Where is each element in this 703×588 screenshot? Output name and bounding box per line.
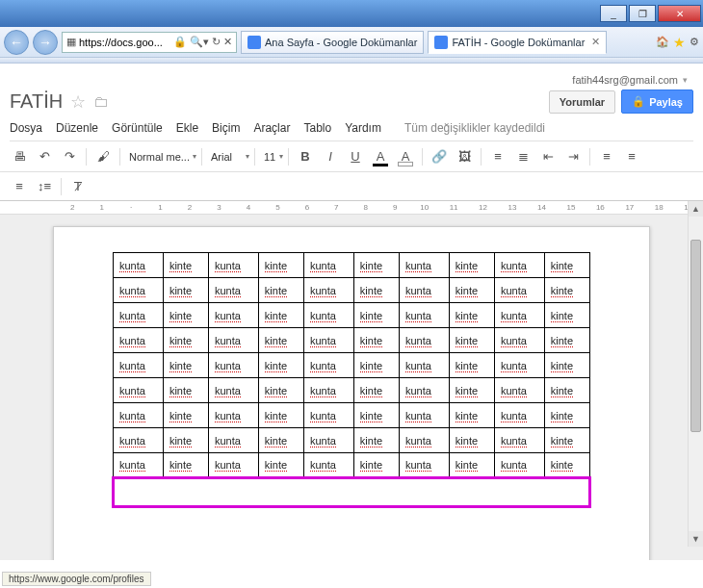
table-cell[interactable]: kinte [163,378,208,403]
table-cell[interactable]: kunta [114,253,164,278]
table-cell[interactable]: kunta [208,428,258,453]
menu-view[interactable]: Görüntüle [112,121,163,135]
table-cell[interactable]: kinte [258,353,303,378]
forward-button[interactable]: → [33,30,58,55]
table-cell[interactable]: kunta [114,303,164,328]
table-cell[interactable]: kunta [494,253,544,278]
table-cell[interactable]: kinte [544,378,589,403]
numbered-list-icon[interactable]: ≡ [486,145,509,168]
table-cell[interactable]: kinte [449,303,494,328]
table-cell[interactable]: kunta [494,278,544,303]
table-cell[interactable] [114,478,590,507]
table-row[interactable]: kuntakintekuntakintekuntakintekuntakinte… [114,278,590,303]
table-cell[interactable]: kinte [449,453,494,478]
font-size-select[interactable] [260,149,289,165]
table-cell[interactable]: kinte [353,378,399,403]
underline-button[interactable]: U [344,145,367,168]
menu-table[interactable]: Tablo [303,121,331,135]
table-cell[interactable]: kinte [258,278,303,303]
table-cell[interactable]: kinte [449,253,494,278]
table-cell[interactable]: kinte [544,253,589,278]
browser-tab-active[interactable]: FATİH - Google Dokümanlar ✕ [428,31,607,54]
refresh-icon[interactable]: ↻ [212,36,221,48]
table-row[interactable]: kuntakintekuntakintekuntakintekuntakinte… [114,428,590,453]
document-table[interactable]: kuntakintekuntakintekuntakintekuntakinte… [112,252,591,508]
table-row[interactable]: kuntakintekuntakintekuntakintekuntakinte… [114,303,590,328]
close-button[interactable]: ✕ [658,5,701,22]
table-cell[interactable]: kunta [208,253,258,278]
table-cell[interactable]: kinte [449,428,494,453]
table-cell[interactable]: kunta [494,303,544,328]
star-icon[interactable]: ☆ [70,91,86,113]
table-cell[interactable]: kunta [303,253,353,278]
table-cell[interactable]: kinte [163,303,208,328]
table-cell[interactable]: kunta [399,378,449,403]
table-row[interactable]: kuntakintekuntakintekuntakintekuntakinte… [114,378,590,403]
table-cell[interactable]: kinte [449,403,494,428]
table-cell[interactable]: kunta [208,453,258,478]
favorites-icon[interactable]: ★ [673,35,686,50]
table-cell[interactable]: kinte [163,403,208,428]
redo-icon[interactable]: ↷ [58,145,81,168]
table-cell[interactable]: kinte [544,428,589,453]
table-cell[interactable]: kinte [353,303,399,328]
highlight-color-button[interactable]: A [394,145,417,168]
clear-formatting-icon[interactable]: T̷ [66,175,90,198]
minimize-button[interactable]: _ [600,5,627,22]
document-canvas[interactable]: 21·12345678910111213141516171819 kuntaki… [0,201,703,560]
table-cell[interactable]: kunta [303,403,353,428]
table-cell[interactable]: kinte [353,428,399,453]
table-cell[interactable]: kunta [303,278,353,303]
table-cell[interactable]: kinte [163,278,208,303]
page[interactable]: kuntakintekuntakintekuntakintekuntakinte… [53,226,650,560]
menu-file[interactable]: Dosya [10,121,42,135]
paragraph-style-select[interactable] [125,149,202,165]
table-cell[interactable]: kinte [449,278,494,303]
scroll-up-icon[interactable]: ▲ [689,201,703,217]
user-menu-chevron-icon[interactable]: ▾ [683,75,688,85]
paint-format-icon[interactable]: 🖌 [91,145,115,168]
table-cell[interactable]: kinte [544,403,589,428]
user-email[interactable]: fatih44srg@gmail.com [572,74,678,86]
table-cell[interactable]: kinte [353,328,399,353]
table-cell[interactable]: kunta [208,378,258,403]
bulleted-list-icon[interactable]: ≣ [511,145,534,168]
table-cell[interactable]: kinte [353,403,399,428]
table-cell[interactable]: kinte [353,453,399,478]
menu-format[interactable]: Biçim [212,121,240,135]
table-cell[interactable]: kunta [303,303,353,328]
table-cell[interactable]: kunta [494,328,544,353]
table-cell[interactable]: kunta [399,428,449,453]
table-cell[interactable]: kunta [494,428,544,453]
table-cell[interactable]: kunta [303,378,353,403]
table-cell[interactable]: kinte [353,353,399,378]
home-icon[interactable]: 🏠 [656,36,669,48]
table-cell[interactable]: kunta [399,303,449,328]
table-cell[interactable]: kinte [163,328,208,353]
italic-button[interactable]: I [319,145,342,168]
table-cell[interactable]: kinte [353,278,399,303]
menu-help[interactable]: Yardım [345,121,381,135]
table-cell[interactable]: kinte [163,253,208,278]
font-select[interactable] [207,149,255,165]
table-row[interactable]: kuntakintekuntakintekuntakintekuntakinte… [114,453,590,478]
table-cell[interactable]: kunta [494,378,544,403]
url-input[interactable] [79,37,170,48]
table-cell[interactable]: kinte [258,378,303,403]
table-cell[interactable]: kinte [544,278,589,303]
line-spacing-icon[interactable]: ↕≡ [33,175,56,198]
table-cell[interactable]: kunta [399,353,449,378]
align-center-icon[interactable]: ≡ [620,145,643,168]
table-cell[interactable]: kinte [258,303,303,328]
menu-insert[interactable]: Ekle [176,121,198,135]
table-cell[interactable]: kunta [399,403,449,428]
table-cell[interactable]: kinte [449,353,494,378]
browser-tab[interactable]: Ana Sayfa - Google Dokümanlar [241,31,424,54]
table-cell[interactable]: kunta [303,328,353,353]
table-cell[interactable]: kunta [114,328,164,353]
stop-icon[interactable]: ✕ [223,36,232,48]
search-dropdown-icon[interactable]: 🔍▾ [190,36,209,48]
table-row[interactable]: kuntakintekuntakintekuntakintekuntakinte… [114,328,590,353]
table-cell[interactable]: kinte [449,378,494,403]
table-cell[interactable]: kunta [303,453,353,478]
